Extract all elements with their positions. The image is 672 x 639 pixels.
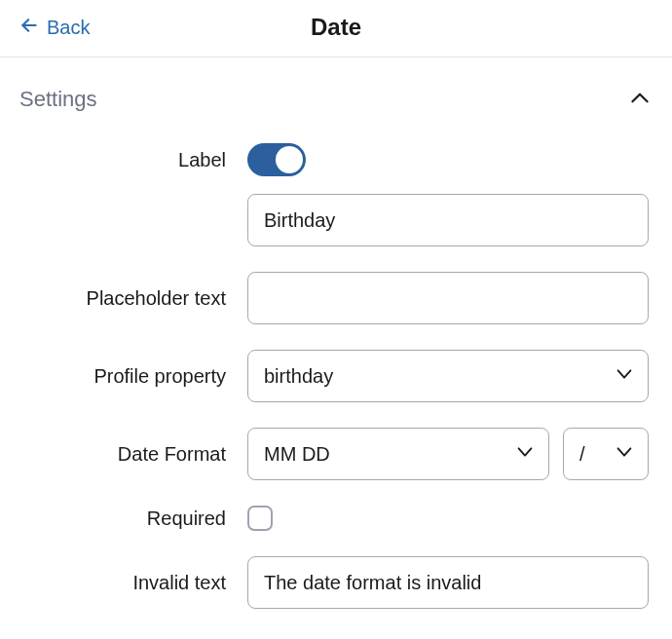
date-format-label: Date Format	[23, 443, 247, 466]
settings-form: Label . Placeholder text Profile propert…	[0, 133, 672, 609]
placeholder-label: Placeholder text	[23, 287, 247, 310]
profile-property-label: Profile property	[23, 365, 247, 388]
back-button[interactable]: Back	[19, 16, 90, 40]
page-title: Date	[19, 14, 653, 41]
required-row: Required	[23, 506, 649, 531]
label-input[interactable]	[247, 194, 649, 246]
label-text-row: .	[23, 194, 649, 246]
section-title: Settings	[19, 87, 97, 112]
back-label: Back	[47, 17, 90, 39]
chevron-up-icon	[627, 85, 653, 114]
date-separator-select[interactable]	[563, 428, 649, 480]
required-checkbox[interactable]	[247, 506, 273, 531]
profile-property-select[interactable]	[247, 350, 649, 402]
page-header: Back Date	[0, 0, 672, 57]
label-toggle-row: Label	[23, 143, 649, 176]
arrow-left-icon	[19, 16, 39, 40]
toggle-knob	[276, 146, 303, 173]
placeholder-input[interactable]	[247, 272, 649, 324]
required-label: Required	[23, 507, 247, 530]
section-header[interactable]: Settings	[0, 57, 672, 133]
label-toggle[interactable]	[247, 143, 306, 176]
placeholder-row: Placeholder text	[23, 272, 649, 324]
date-format-row: Date Format	[23, 428, 649, 480]
date-format-select[interactable]	[247, 428, 549, 480]
label-field-label: Label	[23, 149, 247, 171]
invalid-text-input[interactable]	[247, 556, 649, 609]
invalid-text-row: Invalid text	[23, 556, 649, 609]
invalid-text-label: Invalid text	[23, 572, 247, 594]
profile-property-row: Profile property	[23, 350, 649, 402]
